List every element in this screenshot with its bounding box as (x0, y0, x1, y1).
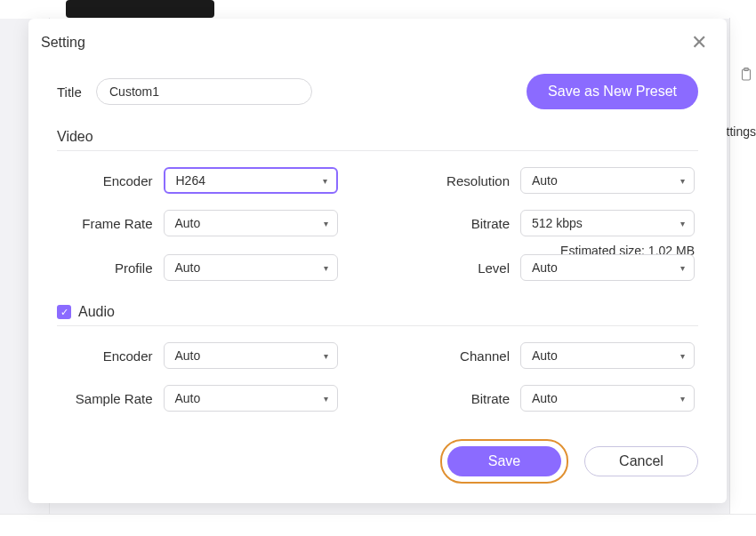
video-section-heading: Video (57, 129, 698, 151)
video-profile-label: Profile (115, 260, 153, 276)
chevron-down-icon: ▾ (324, 263, 328, 273)
title-input[interactable] (96, 78, 312, 105)
dialog-title: Setting (41, 35, 85, 51)
chevron-down-icon: ▾ (324, 394, 328, 404)
cancel-button[interactable]: Cancel (584, 446, 698, 476)
save-as-new-preset-button[interactable]: Save as New Preset (527, 74, 698, 109)
video-framerate-select[interactable]: Auto ▾ (164, 210, 338, 236)
bg-tab-text: ttings (727, 124, 756, 139)
audio-section-heading: Audio (78, 304, 115, 320)
video-level-select[interactable]: Auto ▾ (520, 254, 695, 281)
video-resolution-label: Resolution (446, 173, 510, 188)
audio-encoder-select[interactable]: Auto ▾ (164, 342, 338, 369)
audio-samplerate-label: Sample Rate (76, 391, 153, 406)
audio-channel-select[interactable]: Auto ▾ (520, 342, 695, 369)
save-button[interactable]: Save (447, 446, 561, 476)
video-profile-select[interactable]: Auto ▾ (164, 254, 338, 281)
chevron-down-icon: ▾ (680, 351, 685, 361)
save-button-highlight: Save (440, 439, 568, 484)
chevron-down-icon: ▾ (680, 219, 685, 228)
audio-samplerate-select[interactable]: Auto ▾ (164, 385, 338, 412)
video-encoder-label: Encoder (103, 173, 153, 188)
settings-dialog: Setting ✕ Title Save as New Preset Video… (28, 19, 727, 503)
clipboard-icon (738, 67, 754, 87)
audio-bitrate-select[interactable]: Auto ▾ (520, 385, 695, 412)
audio-bitrate-label: Bitrate (471, 391, 510, 406)
video-bitrate-select[interactable]: 512 kbps ▾ (520, 210, 695, 236)
video-encoder-select[interactable]: H264 ▾ (164, 167, 338, 194)
video-bitrate-label: Bitrate (471, 216, 510, 231)
chevron-down-icon: ▾ (323, 176, 327, 186)
close-icon[interactable]: ✕ (689, 31, 709, 54)
chevron-down-icon: ▾ (680, 176, 685, 186)
video-framerate-label: Frame Rate (82, 216, 152, 231)
chevron-down-icon: ▾ (680, 263, 685, 273)
audio-enable-checkbox[interactable]: ✓ (57, 305, 71, 319)
chevron-down-icon: ▾ (680, 394, 685, 404)
video-resolution-select[interactable]: Auto ▾ (520, 167, 695, 194)
title-label: Title (57, 84, 84, 100)
audio-channel-label: Channel (460, 348, 510, 364)
audio-encoder-label: Encoder (103, 348, 153, 364)
chevron-down-icon: ▾ (324, 219, 328, 228)
chevron-down-icon: ▾ (324, 351, 328, 361)
video-level-label: Level (478, 260, 510, 276)
